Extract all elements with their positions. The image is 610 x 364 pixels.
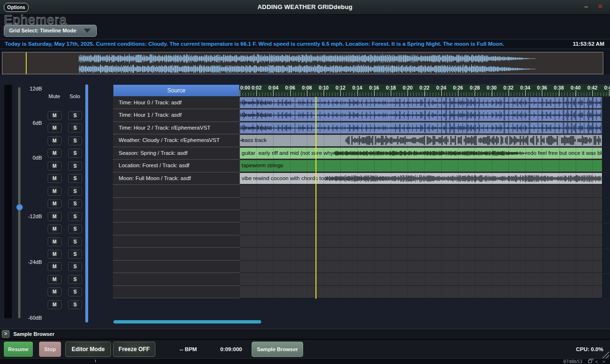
mute-button[interactable]: M xyxy=(48,199,61,208)
ruler-time-label: 0:36 xyxy=(535,85,549,91)
mute-button[interactable]: M xyxy=(48,149,61,158)
track-name-row[interactable]: Time: Hour 2 / Track: r/EphemeraVST xyxy=(113,122,240,134)
mute-button[interactable]: M xyxy=(48,262,61,271)
code-brackets-icon[interactable]: < > xyxy=(595,359,606,364)
timeline-row[interactable]: Drum Track xyxy=(240,109,602,121)
track-name-row-empty[interactable] xyxy=(113,198,240,210)
solo-button[interactable]: S xyxy=(68,199,82,208)
timeline-row[interactable] xyxy=(240,198,602,210)
timeline-row[interactable] xyxy=(240,222,602,235)
vertical-scrollbar[interactable] xyxy=(85,84,88,323)
mute-button[interactable]: M xyxy=(48,212,61,221)
resume-button[interactable]: Resume xyxy=(4,342,33,357)
solo-button[interactable]: S xyxy=(68,149,82,158)
solo-button[interactable]: S xyxy=(68,237,82,246)
timeline-row[interactable] xyxy=(240,261,602,273)
editor-mode-button[interactable]: Editor Mode xyxy=(65,342,111,357)
timeline-row[interactable]: Drum Track xyxy=(240,97,602,109)
audio-clip[interactable]: Drum Track xyxy=(240,110,602,121)
audio-clip[interactable]: bass track xyxy=(240,135,602,146)
timeline-row[interactable] xyxy=(240,235,602,248)
track-name-row-empty[interactable] xyxy=(113,273,240,285)
solo-button[interactable]: S xyxy=(68,250,82,259)
mute-button[interactable]: M xyxy=(48,224,61,233)
grid-select-dropdown[interactable]: Grid Select: Timeline Mode xyxy=(4,25,97,37)
mute-button[interactable]: M xyxy=(48,275,61,284)
solo-button[interactable]: S xyxy=(68,111,82,120)
mute-button[interactable]: M xyxy=(48,123,61,132)
ruler-time-label: 0:34 xyxy=(518,85,532,91)
mute-button[interactable]: M xyxy=(48,287,61,296)
solo-button[interactable]: S xyxy=(68,287,82,296)
solo-button[interactable]: S xyxy=(68,162,82,171)
solo-button[interactable]: S xyxy=(68,136,82,145)
close-button[interactable]: ✕ xyxy=(595,1,605,12)
horizontal-scrollbar[interactable] xyxy=(113,320,261,324)
track-name-row[interactable]: Time: Hour 1 / Track: asdf xyxy=(113,109,240,121)
mute-button[interactable]: M xyxy=(48,162,61,171)
volume-slider-handle[interactable] xyxy=(16,204,23,211)
source-column-header: Source xyxy=(113,84,240,97)
timeline-row[interactable] xyxy=(240,248,602,260)
mute-button[interactable]: M xyxy=(48,237,61,246)
stop-button[interactable]: Stop xyxy=(39,342,61,357)
clip-label: tapeworm strings xyxy=(242,160,284,171)
timeline-row[interactable] xyxy=(240,210,602,222)
mute-button[interactable]: M xyxy=(48,187,61,196)
solo-button[interactable]: S xyxy=(68,212,82,221)
timeline-row[interactable]: bass track xyxy=(240,134,602,147)
ruler-major-tick xyxy=(407,90,408,96)
solo-button[interactable]: S xyxy=(68,224,82,233)
track-name-row[interactable]: Time: Hour 0 / Track: asdf xyxy=(113,97,240,109)
expand-panel-button[interactable]: > xyxy=(2,330,10,338)
grid-right-gutter xyxy=(602,97,610,299)
sample-browser-button[interactable]: Sample Browser xyxy=(252,342,303,357)
track-name-row[interactable]: Weather: Cloudy / Track: r/EphemeraVST xyxy=(113,134,240,147)
window-restore-icon[interactable] xyxy=(588,360,592,363)
solo-button[interactable]: S xyxy=(68,275,82,284)
track-name-row-empty[interactable] xyxy=(113,222,240,235)
audio-clip[interactable]: Drum Track xyxy=(240,97,602,108)
solo-button[interactable]: S xyxy=(68,300,82,309)
mute-button[interactable]: M xyxy=(48,136,61,145)
db-scale-label: -24dB xyxy=(19,259,42,265)
ruler-major-tick xyxy=(441,90,442,96)
track-name-row[interactable]: Location: Forest / Track: asdf xyxy=(113,160,240,172)
track-name-row[interactable]: Season: Spring / Track: asdf xyxy=(113,147,240,160)
track-name-row-empty[interactable] xyxy=(113,248,240,260)
audio-clip[interactable]: vibe rewind cocoon with chords tool anda… xyxy=(240,173,602,184)
timeline-row[interactable] xyxy=(240,286,602,298)
timeline-ruler[interactable]: 0:000:020:040:060:080:100:120:140:160:18… xyxy=(240,84,610,97)
audio-clip[interactable]: guitar early riff and mid (not sure why … xyxy=(240,148,602,159)
db-scale-label: 12dB xyxy=(19,86,42,91)
timeline-row[interactable]: guitar early riff and mid (not sure why … xyxy=(240,147,602,160)
minimize-button[interactable]: – xyxy=(581,1,591,12)
timeline-row[interactable] xyxy=(240,185,602,197)
timeline-row[interactable]: tapeworm strings xyxy=(240,160,602,172)
mute-button[interactable]: M xyxy=(48,111,61,120)
timeline-row[interactable]: Drum Track xyxy=(240,122,602,134)
track-name-row-empty[interactable] xyxy=(113,286,240,298)
timeline-row[interactable]: vibe rewind cocoon with chords tool anda… xyxy=(240,172,602,185)
track-name-row-empty[interactable] xyxy=(113,185,240,197)
audio-clip[interactable]: Drum Track xyxy=(240,122,602,133)
track-name-row-empty[interactable] xyxy=(113,210,240,222)
solo-button[interactable]: S xyxy=(68,174,82,183)
mute-button[interactable]: M xyxy=(48,250,61,259)
track-name-row-empty[interactable] xyxy=(113,235,240,248)
solo-button[interactable]: S xyxy=(68,187,82,196)
track-name-row-empty[interactable] xyxy=(113,261,240,273)
bottom-strip: 07d0b53 < > xyxy=(0,358,610,364)
solo-button[interactable]: S xyxy=(68,262,82,271)
track-name-row[interactable]: Moon: Full Moon / Track: asdf xyxy=(113,172,240,185)
audio-clip[interactable]: tapeworm strings xyxy=(240,160,602,171)
timeline-row[interactable] xyxy=(240,273,602,285)
overview-waveform-panel[interactable] xyxy=(2,52,603,74)
clip-label: Drum Track xyxy=(242,110,270,121)
mute-button[interactable]: M xyxy=(48,174,61,183)
freeze-button[interactable]: Freeze OFF xyxy=(113,342,155,357)
solo-button[interactable]: S xyxy=(68,123,82,132)
ruler-time-label: 0:32 xyxy=(502,85,515,91)
overview-playhead xyxy=(26,52,27,74)
mute-button[interactable]: M xyxy=(48,300,61,309)
